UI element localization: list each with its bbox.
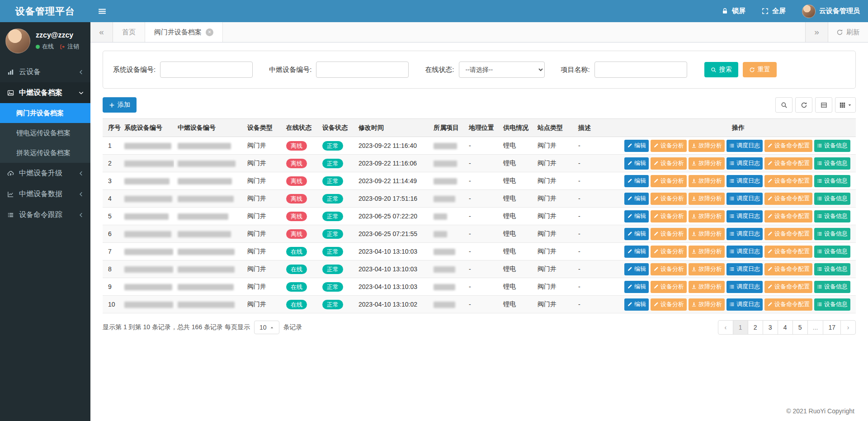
- row-action-device-analysis-button[interactable]: 设备分析: [651, 210, 687, 222]
- reset-button[interactable]: 重置: [743, 62, 777, 77]
- page-button[interactable]: 3: [763, 320, 778, 335]
- add-button[interactable]: 添加: [103, 97, 137, 113]
- sidebar-subitem[interactable]: 锂电远传设备档案: [0, 123, 90, 143]
- toggle-search-button[interactable]: [775, 97, 793, 113]
- row-action-fault-analysis-button[interactable]: 故障分析: [689, 298, 725, 311]
- row-action-device-analysis-button[interactable]: 设备分析: [651, 157, 687, 170]
- row-action-device-analysis-button[interactable]: 设备分析: [651, 281, 687, 293]
- row-action-edit-button[interactable]: 编辑: [624, 263, 649, 275]
- next-page-button[interactable]: ›: [840, 320, 856, 335]
- page-button[interactable]: 1: [733, 320, 748, 335]
- row-action-dispatch-log-button[interactable]: 调度日志: [726, 193, 763, 205]
- tab[interactable]: 阀门井设备档案×: [145, 22, 223, 42]
- row-action-edit-button[interactable]: 编辑: [624, 193, 649, 205]
- page-button[interactable]: 17: [823, 320, 841, 335]
- row-action-dispatch-log-button[interactable]: 调度日志: [726, 263, 763, 275]
- row-action-fault-analysis-button[interactable]: 故障分析: [689, 281, 725, 293]
- row-action-edit-button[interactable]: 编辑: [624, 228, 649, 240]
- row-action-device-command-config-button[interactable]: 设备命令配置: [764, 281, 812, 293]
- row-action-device-command-config-button[interactable]: 设备命令配置: [764, 175, 812, 187]
- system-device-no-input[interactable]: [160, 61, 253, 78]
- row-action-edit-button[interactable]: 编辑: [624, 157, 649, 170]
- row-action-fault-analysis-button[interactable]: 故障分析: [689, 228, 725, 240]
- search-button[interactable]: 搜索: [704, 62, 738, 77]
- tabs-scroll-right-button[interactable]: »: [805, 22, 828, 42]
- row-action-device-analysis-button[interactable]: 设备分析: [651, 175, 687, 187]
- logout-link[interactable]: 注销: [60, 43, 79, 51]
- row-action-device-command-config-button[interactable]: 设备命令配置: [764, 140, 812, 152]
- tabs-scroll-left-button[interactable]: «: [90, 22, 113, 42]
- refresh-table-button[interactable]: [795, 97, 812, 113]
- row-action-edit-button[interactable]: 编辑: [624, 298, 649, 311]
- row-action-device-info-button[interactable]: 设备信息: [814, 298, 850, 311]
- row-action-dispatch-log-button[interactable]: 调度日志: [726, 281, 763, 293]
- row-action-edit-button[interactable]: 编辑: [624, 210, 649, 222]
- row-action-device-analysis-button[interactable]: 设备分析: [651, 298, 687, 311]
- prev-page-button[interactable]: ‹: [718, 320, 733, 335]
- row-action-device-command-config-button[interactable]: 设备命令配置: [764, 210, 812, 222]
- sidebar-toggle-button[interactable]: [90, 0, 114, 22]
- sidebar-item[interactable]: 中燃设备档案: [0, 82, 90, 103]
- row-action-device-info-button[interactable]: 设备信息: [814, 175, 850, 187]
- online-status-select[interactable]: --请选择--: [459, 61, 545, 78]
- row-action-dispatch-log-button[interactable]: 调度日志: [726, 228, 763, 240]
- sidebar-item[interactable]: 中燃设备数据: [0, 184, 90, 204]
- row-action-dispatch-log-button[interactable]: 调度日志: [726, 157, 763, 170]
- row-action-fault-analysis-button[interactable]: 故障分析: [689, 193, 725, 205]
- row-action-device-info-button[interactable]: 设备信息: [814, 193, 850, 205]
- page-button[interactable]: 2: [748, 320, 763, 335]
- row-action-device-info-button[interactable]: 设备信息: [814, 263, 850, 275]
- row-action-device-command-config-button[interactable]: 设备命令配置: [764, 263, 812, 275]
- row-action-edit-button[interactable]: 编辑: [624, 281, 649, 293]
- row-action-device-info-button[interactable]: 设备信息: [814, 246, 850, 258]
- page-size-select[interactable]: 10: [254, 321, 279, 334]
- row-action-device-analysis-button[interactable]: 设备分析: [651, 193, 687, 205]
- tab[interactable]: 首页: [113, 22, 145, 42]
- row-action-device-command-config-button[interactable]: 设备命令配置: [764, 157, 812, 170]
- row-action-fault-analysis-button[interactable]: 故障分析: [689, 263, 725, 275]
- row-action-dispatch-log-button[interactable]: 调度日志: [726, 175, 763, 187]
- sidebar-subitem[interactable]: 阀门井设备档案: [0, 103, 90, 123]
- row-action-fault-analysis-button[interactable]: 故障分析: [689, 157, 725, 170]
- row-action-device-info-button[interactable]: 设备信息: [814, 228, 850, 240]
- sidebar-item[interactable]: 中燃设备升级: [0, 163, 90, 184]
- row-action-device-command-config-button[interactable]: 设备命令配置: [764, 193, 812, 205]
- page-button[interactable]: 4: [778, 320, 793, 335]
- row-action-device-info-button[interactable]: 设备信息: [814, 157, 850, 170]
- column-header: 在线状态: [283, 119, 319, 137]
- row-action-fault-analysis-button[interactable]: 故障分析: [689, 140, 725, 152]
- row-action-device-command-config-button[interactable]: 设备命令配置: [764, 228, 812, 240]
- fullscreen-button[interactable]: 全屏: [754, 0, 794, 22]
- row-action-device-analysis-button[interactable]: 设备分析: [651, 246, 687, 258]
- sidebar-subitem[interactable]: 拼装远传设备档案: [0, 143, 90, 163]
- row-action-device-command-config-button[interactable]: 设备命令配置: [764, 298, 812, 311]
- sidebar-item[interactable]: 设备命令跟踪: [0, 204, 90, 225]
- row-action-dispatch-log-button[interactable]: 调度日志: [726, 140, 763, 152]
- row-action-device-analysis-button[interactable]: 设备分析: [651, 263, 687, 275]
- row-action-dispatch-log-button[interactable]: 调度日志: [726, 246, 763, 258]
- row-action-fault-analysis-button[interactable]: 故障分析: [689, 210, 725, 222]
- page-button[interactable]: 5: [793, 320, 808, 335]
- user-menu[interactable]: 云设备管理员: [794, 0, 868, 22]
- project-name-input[interactable]: [594, 61, 687, 78]
- gas-device-no-input[interactable]: [316, 61, 409, 78]
- close-icon[interactable]: ×: [206, 28, 213, 36]
- lock-screen-button[interactable]: 锁屏: [713, 0, 754, 22]
- tab-refresh-button[interactable]: 刷新: [828, 22, 868, 42]
- row-action-device-info-button[interactable]: 设备信息: [814, 210, 850, 222]
- row-action-fault-analysis-button[interactable]: 故障分析: [689, 246, 725, 258]
- row-action-device-command-config-button[interactable]: 设备命令配置: [764, 246, 812, 258]
- row-action-device-analysis-button[interactable]: 设备分析: [651, 228, 687, 240]
- row-action-device-analysis-button[interactable]: 设备分析: [651, 140, 687, 152]
- row-action-device-info-button[interactable]: 设备信息: [814, 281, 850, 293]
- row-action-edit-button[interactable]: 编辑: [624, 140, 649, 152]
- row-action-edit-button[interactable]: 编辑: [624, 246, 649, 258]
- row-action-edit-button[interactable]: 编辑: [624, 175, 649, 187]
- row-action-fault-analysis-button[interactable]: 故障分析: [689, 175, 725, 187]
- card-view-button[interactable]: [815, 97, 832, 113]
- row-action-device-info-button[interactable]: 设备信息: [814, 140, 850, 152]
- row-action-dispatch-log-button[interactable]: 调度日志: [726, 210, 763, 222]
- sidebar-item[interactable]: 云设备: [0, 61, 90, 82]
- columns-button[interactable]: [835, 97, 856, 113]
- row-action-dispatch-log-button[interactable]: 调度日志: [726, 298, 763, 311]
